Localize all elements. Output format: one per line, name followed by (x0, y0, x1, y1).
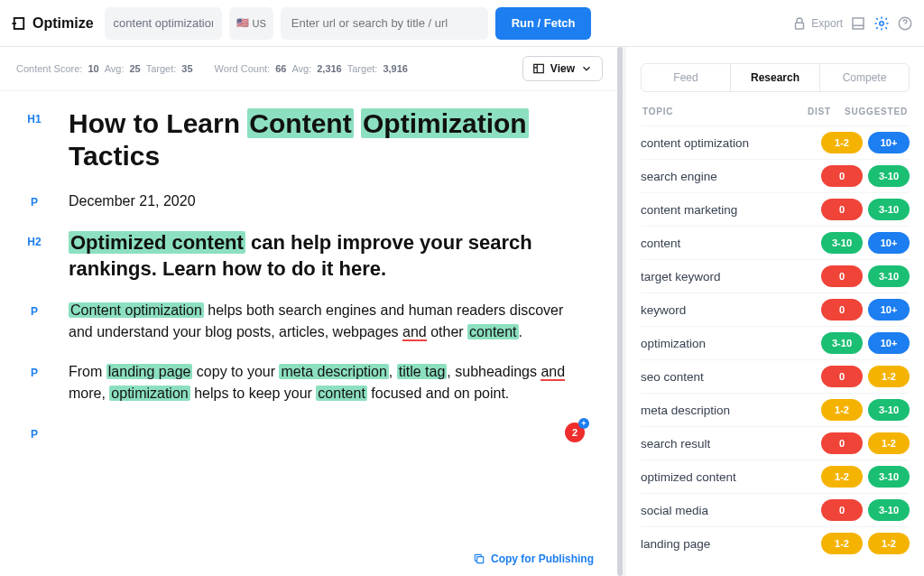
copy-icon (473, 553, 485, 565)
dist-pill: 1-2 (821, 399, 863, 421)
brand: Optimize (11, 15, 94, 32)
topic-row[interactable]: target keyword03-10 (641, 259, 910, 293)
svg-rect-5 (534, 64, 544, 72)
suggested-pill: 3-10 (868, 199, 910, 220)
dist-pill: 1-2 (821, 132, 863, 153)
topic-row[interactable]: content marketing03-10 (641, 192, 910, 226)
suggested-pill: 10+ (868, 332, 910, 354)
run-fetch-button[interactable]: Run / Fetch (495, 7, 592, 40)
suggested-pill: 3-10 (868, 466, 910, 488)
svg-rect-6 (477, 557, 484, 563)
help-icon (897, 15, 913, 32)
topic-row[interactable]: optimization3-1010+ (641, 326, 910, 359)
paragraph-empty[interactable] (69, 423, 574, 444)
dist-pill: 1-2 (821, 533, 863, 554)
tab-research[interactable]: Research (730, 64, 820, 91)
suggested-pill: 3-10 (868, 165, 910, 187)
tab-feed[interactable]: Feed (642, 64, 730, 91)
suggested-pill: 10+ (868, 232, 910, 254)
dist-pill: 0 (821, 165, 863, 187)
top-bar: Optimize 🇺🇸US Run / Fetch Export (0, 0, 924, 47)
sidebar-toggle-button[interactable] (850, 15, 866, 32)
suggested-pill: 1-2 (868, 432, 910, 454)
research-panel: Feed Research Compete TOPIC DIST SUGGEST… (626, 47, 924, 576)
dist-pill: 0 (821, 432, 863, 454)
topic-name: content marketing (641, 203, 816, 217)
flag-icon: 🇺🇸 (236, 17, 249, 29)
tag-p: P (16, 190, 52, 209)
suggestion-badge[interactable]: 2 (565, 423, 585, 442)
topic-row[interactable]: content3-1010+ (641, 226, 910, 259)
keyword-input[interactable] (105, 7, 222, 40)
topic-name: optimized content (641, 470, 816, 484)
topic-row[interactable]: seo content01-2 (641, 359, 910, 393)
panel-icon (850, 15, 866, 32)
tag-p: P (16, 300, 52, 318)
editor-panel: Content Score:10 Avg:25 Target:35 Word C… (0, 47, 626, 576)
paragraph-1[interactable]: Content optimization helps both search e… (69, 300, 574, 343)
topic-name: search result (641, 437, 816, 451)
topics-list: content optimization1-210+search engine0… (641, 125, 910, 560)
tag-p: P (16, 361, 52, 379)
optimize-icon (11, 15, 27, 32)
dist-pill: 1-2 (821, 466, 863, 488)
suggested-pill: 10+ (868, 299, 910, 321)
search-input[interactable] (281, 7, 488, 40)
topic-row[interactable]: social media03-10 (641, 493, 910, 526)
dist-pill: 0 (821, 265, 863, 287)
suggested-pill: 1-2 (868, 366, 910, 387)
paragraph-date[interactable]: December 21, 2020 (69, 190, 574, 212)
dist-pill: 3-10 (821, 332, 863, 354)
svg-point-3 (880, 21, 884, 25)
topic-name: landing page (641, 537, 816, 551)
heading-h1[interactable]: How to Learn Content Optimization Tactic… (69, 107, 574, 172)
heading-h2[interactable]: Optimized content can help improve your … (69, 230, 574, 282)
dist-pill: 3-10 (821, 232, 863, 254)
topic-row[interactable]: keyword010+ (641, 293, 910, 326)
gear-icon (873, 15, 890, 32)
tag-p: P (16, 423, 52, 441)
topics-header: TOPIC DIST SUGGESTED (641, 107, 910, 125)
tag-h1: H1 (16, 107, 52, 125)
topic-row[interactable]: search engine03-10 (641, 159, 910, 192)
export-button[interactable]: Export (791, 15, 843, 32)
settings-button[interactable] (873, 15, 890, 32)
suggested-pill: 3-10 (868, 399, 910, 421)
topic-name: search engine (641, 170, 816, 183)
topic-row[interactable]: landing page1-21-2 (641, 526, 910, 560)
topic-row[interactable]: search result01-2 (641, 426, 910, 460)
topic-name: target keyword (641, 270, 816, 283)
tab-compete[interactable]: Compete (820, 64, 909, 91)
suggested-pill: 3-10 (868, 499, 910, 521)
topic-name: optimization (641, 337, 816, 350)
topic-name: meta description (641, 404, 816, 417)
layout-icon (532, 62, 545, 75)
dist-pill: 0 (821, 366, 863, 387)
stats-bar: Content Score:10 Avg:25 Target:35 Word C… (0, 47, 619, 91)
locale-select[interactable]: 🇺🇸US (229, 7, 273, 40)
topic-name: social media (641, 504, 816, 517)
tag-h2: H2 (16, 230, 52, 248)
lock-icon (791, 15, 808, 32)
topic-row[interactable]: optimized content1-23-10 (641, 460, 910, 493)
panel-tabs: Feed Research Compete (641, 63, 910, 92)
view-dropdown[interactable]: View (522, 56, 603, 81)
dist-pill: 0 (821, 199, 863, 220)
topic-name: seo content (641, 370, 816, 384)
topic-name: content optimization (641, 136, 816, 150)
suggested-pill: 3-10 (868, 265, 910, 287)
svg-rect-2 (853, 18, 864, 29)
suggested-pill: 10+ (868, 132, 910, 153)
suggested-pill: 1-2 (868, 533, 910, 554)
paragraph-2[interactable]: From landing page copy to your meta desc… (69, 361, 574, 404)
copy-for-publishing-button[interactable]: Copy for Publishing (473, 553, 594, 565)
topic-name: keyword (641, 303, 816, 317)
topic-row[interactable]: meta description1-23-10 (641, 393, 910, 426)
brand-label: Optimize (32, 15, 94, 32)
svg-rect-1 (796, 23, 804, 29)
chevron-down-icon (580, 62, 593, 75)
content-editor[interactable]: H1 How to Learn Content Optimization Tac… (0, 91, 619, 576)
dist-pill: 0 (821, 299, 863, 321)
topic-row[interactable]: content optimization1-210+ (641, 125, 910, 159)
help-button[interactable] (897, 15, 913, 32)
